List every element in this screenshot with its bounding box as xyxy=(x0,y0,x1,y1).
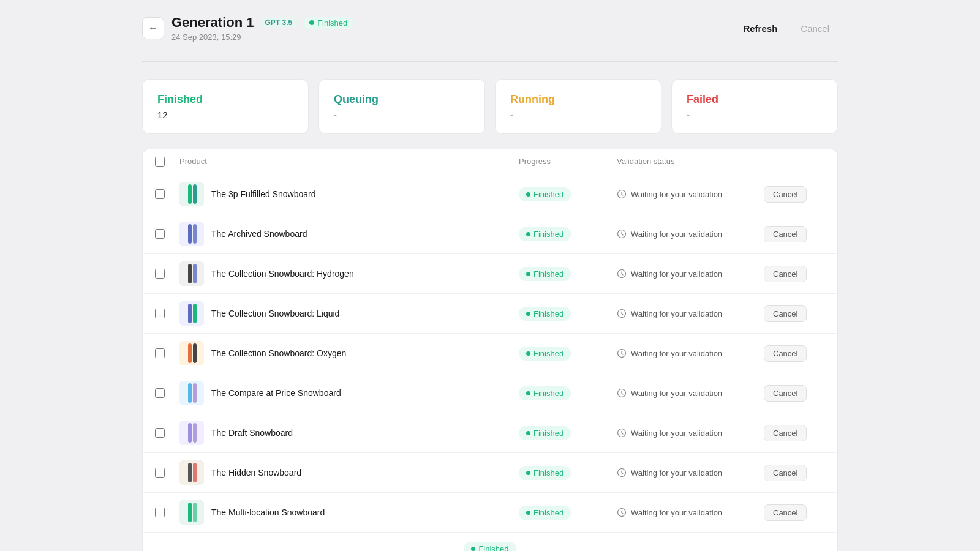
finished-dot-icon xyxy=(526,471,530,475)
row-checkbox-col[interactable] xyxy=(155,269,179,279)
finished-badge-label: Finished xyxy=(533,190,564,199)
product-thumbnail xyxy=(179,421,204,445)
row-checkbox[interactable] xyxy=(155,269,165,279)
actions-cell[interactable]: Cancel xyxy=(764,226,825,242)
row-checkbox[interactable] xyxy=(155,388,165,398)
progress-cell: Finished xyxy=(519,426,617,440)
clock-icon xyxy=(617,428,627,438)
row-checkbox-col[interactable] xyxy=(155,428,179,438)
actions-cell[interactable]: Cancel xyxy=(764,465,825,481)
validation-cell: Waiting for your validation xyxy=(617,309,764,318)
row-cancel-button[interactable]: Cancel xyxy=(764,345,807,362)
row-checkbox-col[interactable] xyxy=(155,508,179,517)
validation-cell: Waiting for your validation xyxy=(617,428,764,438)
product-cell: The Collection Snowboard: Liquid xyxy=(179,301,519,326)
table-row: The Collection Snowboard: Hydrogen Finis… xyxy=(143,254,837,294)
actions-cell[interactable]: Cancel xyxy=(764,385,825,402)
actions-cell[interactable]: Cancel xyxy=(764,425,825,441)
finished-value: 12 xyxy=(157,110,293,120)
row-checkbox[interactable] xyxy=(155,229,165,239)
header-left: ← Generation 1 GPT 3.5 Finished 24 Sep 2… xyxy=(142,15,353,42)
running-value: - xyxy=(510,110,646,120)
row-checkbox-col[interactable] xyxy=(155,348,179,358)
queuing-label: Queuing xyxy=(334,93,470,106)
progress-cell: Finished xyxy=(519,347,617,361)
header-divider xyxy=(142,61,838,62)
stat-card-finished: Finished 12 xyxy=(142,79,309,134)
finished-badge: Finished xyxy=(519,466,571,480)
validation-text: Waiting for your validation xyxy=(631,190,722,199)
row-checkbox[interactable] xyxy=(155,348,165,358)
row-checkbox-col[interactable] xyxy=(155,189,179,199)
product-cell: The 3p Fulfilled Snowboard xyxy=(179,182,519,206)
row-checkbox-col[interactable] xyxy=(155,468,179,478)
select-all-checkbox[interactable] xyxy=(155,157,165,167)
finished-badge-label: Finished xyxy=(533,230,564,239)
product-cell: The Collection Snowboard: Hydrogen xyxy=(179,261,519,286)
queuing-value: - xyxy=(334,110,470,120)
svg-rect-13 xyxy=(188,304,192,323)
progress-cell: Finished xyxy=(519,307,617,321)
actions-cell[interactable]: Cancel xyxy=(764,504,825,521)
actions-cell[interactable]: Cancel xyxy=(764,266,825,282)
actions-cell[interactable]: Cancel xyxy=(764,345,825,362)
finished-badge-label: Finished xyxy=(533,349,564,358)
finished-badge: Finished xyxy=(519,426,571,440)
clock-icon xyxy=(617,309,627,318)
actions-cell[interactable]: Cancel xyxy=(764,186,825,203)
row-checkbox[interactable] xyxy=(155,428,165,438)
svg-rect-9 xyxy=(188,264,192,283)
refresh-button[interactable]: Refresh xyxy=(736,20,785,37)
svg-rect-29 xyxy=(188,463,192,482)
svg-rect-26 xyxy=(193,423,197,443)
row-cancel-button[interactable]: Cancel xyxy=(764,305,807,322)
failed-value: - xyxy=(687,110,823,120)
product-thumbnail xyxy=(179,222,204,246)
row-cancel-button[interactable]: Cancel xyxy=(764,226,807,242)
clock-icon xyxy=(617,348,627,358)
row-cancel-button[interactable]: Cancel xyxy=(764,504,807,521)
stats-row: Finished 12 Queuing - Running - Failed - xyxy=(142,79,838,134)
product-name: The Multi-location Snowboard xyxy=(211,508,325,517)
validation-text: Waiting for your validation xyxy=(631,309,722,318)
product-thumbnail xyxy=(179,301,204,326)
validation-text: Waiting for your validation xyxy=(631,230,722,239)
finished-badge: Finished xyxy=(519,307,571,321)
validation-cell: Waiting for your validation xyxy=(617,468,764,478)
clock-icon xyxy=(617,229,627,239)
progress-cell: Finished xyxy=(519,466,617,480)
product-name: The 3p Fulfilled Snowboard xyxy=(211,189,315,199)
row-cancel-button[interactable]: Cancel xyxy=(764,425,807,441)
row-checkbox-col[interactable] xyxy=(155,388,179,398)
header-date: 24 Sep 2023, 15:29 xyxy=(172,32,353,42)
product-name: The Collection Snowboard: Oxygen xyxy=(211,348,346,358)
row-cancel-button[interactable]: Cancel xyxy=(764,385,807,402)
svg-rect-14 xyxy=(193,304,197,323)
product-name: The Archived Snowboard xyxy=(211,229,307,239)
row-checkbox[interactable] xyxy=(155,468,165,478)
back-button[interactable]: ← xyxy=(142,17,164,39)
progress-cell: Finished xyxy=(519,506,617,520)
header-checkbox-col[interactable] xyxy=(155,157,179,167)
product-cell: The Compare at Price Snowboard xyxy=(179,381,519,405)
row-cancel-button[interactable]: Cancel xyxy=(764,266,807,282)
row-checkbox-col[interactable] xyxy=(155,309,179,318)
product-name: The Compare at Price Snowboard xyxy=(211,388,341,398)
actions-cell[interactable]: Cancel xyxy=(764,305,825,322)
svg-rect-2 xyxy=(193,184,197,204)
svg-rect-18 xyxy=(193,343,197,363)
row-checkbox[interactable] xyxy=(155,189,165,199)
bottom-finished-badge: Finished xyxy=(464,542,516,551)
row-checkbox[interactable] xyxy=(155,508,165,517)
table-row: The 3p Fulfilled Snowboard Finished Wait… xyxy=(143,174,837,214)
row-checkbox[interactable] xyxy=(155,309,165,318)
cancel-header-button[interactable]: Cancel xyxy=(792,20,838,37)
row-cancel-button[interactable]: Cancel xyxy=(764,465,807,481)
product-name: The Collection Snowboard: Liquid xyxy=(211,309,339,318)
progress-cell: Finished xyxy=(519,386,617,400)
row-cancel-button[interactable]: Cancel xyxy=(764,186,807,203)
gpt-badge: GPT 3.5 xyxy=(260,17,297,28)
table-row: The Hidden Snowboard Finished Waiting fo… xyxy=(143,453,837,493)
validation-cell: Waiting for your validation xyxy=(617,508,764,517)
row-checkbox-col[interactable] xyxy=(155,229,179,239)
